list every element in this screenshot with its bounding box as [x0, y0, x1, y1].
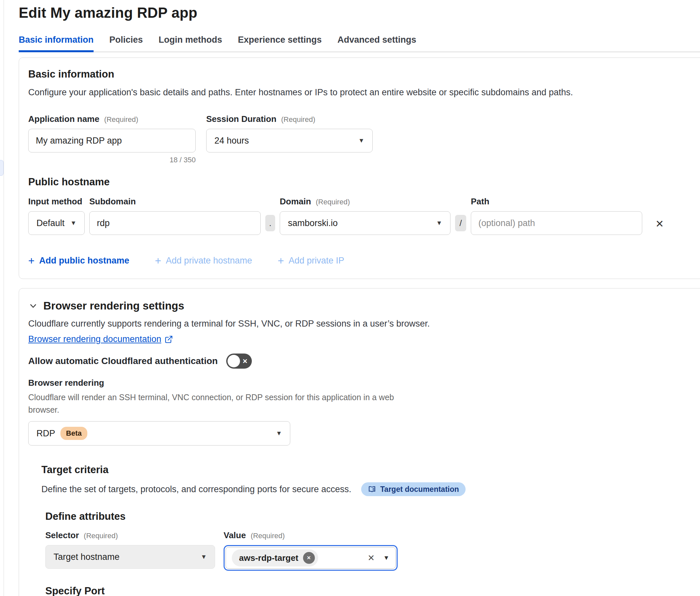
session-duration-required-note: (Required): [281, 115, 315, 124]
value-required-note: (Required): [251, 531, 285, 540]
path-input[interactable]: [471, 211, 642, 235]
specify-port-heading: Specify Port: [45, 585, 700, 596]
input-method-value: Default: [36, 218, 65, 228]
target-criteria-description: Define the set of targets, protocols, an…: [42, 484, 351, 495]
plus-icon: +: [155, 255, 161, 266]
chevron-down-icon: ▼: [358, 137, 364, 144]
target-documentation-label: Target documentation: [380, 485, 459, 494]
session-duration-label: Session Duration: [206, 114, 277, 124]
application-name-input[interactable]: [28, 129, 196, 152]
domain-value: samborski.io: [288, 218, 338, 228]
browser-rendering-card: Browser rendering settings Cloudflare cu…: [19, 288, 700, 596]
external-link-icon: [164, 335, 173, 344]
add-public-hostname-label: Add public hostname: [39, 256, 129, 266]
basic-information-heading: Basic information: [28, 68, 700, 80]
toggle-knob: [228, 355, 240, 367]
domain-select[interactable]: samborski.io ▼: [280, 211, 450, 235]
chevron-down-icon: ▼: [436, 220, 442, 227]
domain-required-note: (Required): [316, 198, 350, 206]
target-documentation-button[interactable]: Target documentation: [361, 482, 466, 496]
tab-login-methods[interactable]: Login methods: [159, 35, 222, 52]
chevron-down-icon: ▼: [201, 553, 207, 561]
chevron-down-icon: [28, 301, 38, 311]
selector-value: Target hostname: [53, 552, 120, 562]
page-title: Edit My amazing RDP app: [19, 0, 700, 21]
selector-label: Selector: [45, 530, 79, 540]
allow-cloudflared-auth-label: Allow automatic Cloudflared authenticati…: [28, 356, 218, 366]
browser-rendering-doc-link-label: Browser rendering documentation: [28, 334, 161, 344]
target-criteria-heading: Target criteria: [42, 464, 700, 476]
define-attributes-heading: Define attributes: [45, 511, 700, 522]
add-public-hostname-button[interactable]: + Add public hostname: [28, 255, 129, 266]
input-method-select[interactable]: Default ▼: [28, 211, 85, 235]
chevron-down-icon: ▼: [276, 430, 282, 437]
chevron-down-icon[interactable]: ▼: [383, 554, 389, 562]
slash-separator: /: [455, 215, 466, 231]
application-name-label: Application name: [28, 114, 100, 124]
browser-rendering-value: RDP: [36, 428, 55, 439]
sidebar-edge-fragment: [0, 160, 4, 176]
application-name-required-note: (Required): [104, 115, 138, 124]
beta-badge: Beta: [60, 427, 87, 440]
toggle-off-x-icon: ✕: [242, 357, 248, 365]
tab-advanced-settings[interactable]: Advanced settings: [338, 35, 416, 52]
remove-hostname-icon[interactable]: ✕: [655, 219, 664, 229]
value-label: Value: [224, 530, 246, 540]
input-method-label: Input method: [28, 197, 82, 206]
tab-basic-information[interactable]: Basic information: [19, 35, 94, 52]
path-label: Path: [471, 197, 489, 206]
dot-separator: .: [265, 215, 275, 231]
value-tag-label: aws-rdp-target: [239, 553, 299, 563]
browser-rendering-field-label: Browser rendering: [28, 378, 700, 388]
session-duration-select[interactable]: 24 hours ▼: [206, 129, 373, 152]
public-hostname-heading: Public hostname: [28, 176, 700, 188]
add-private-ip-button[interactable]: + Add private IP: [278, 255, 344, 266]
tab-experience-settings[interactable]: Experience settings: [238, 35, 322, 52]
browser-rendering-support-text: Cloudflare currently supports rendering …: [28, 319, 700, 329]
subdomain-label: Subdomain: [89, 197, 136, 206]
value-tag: aws-rdp-target ✕: [232, 549, 318, 566]
tab-bar: Basic information Policies Login methods…: [19, 35, 700, 52]
add-private-hostname-label: Add private hostname: [166, 256, 252, 266]
value-multiselect[interactable]: aws-rdp-target ✕ ✕ ▼: [224, 545, 397, 571]
add-private-hostname-button[interactable]: + Add private hostname: [155, 255, 252, 266]
selector-required-note: (Required): [84, 531, 118, 540]
domain-label: Domain: [280, 197, 311, 206]
remove-tag-icon[interactable]: ✕: [303, 552, 315, 564]
add-private-ip-label: Add private IP: [289, 256, 344, 266]
clear-value-icon[interactable]: ✕: [367, 554, 374, 562]
browser-rendering-field-description: Cloudflare will render an SSH terminal, …: [28, 391, 409, 416]
basic-information-description: Configure your application's basic detai…: [28, 86, 700, 99]
browser-rendering-doc-link[interactable]: Browser rendering documentation: [28, 334, 173, 344]
plus-icon: +: [28, 255, 34, 266]
allow-cloudflared-auth-toggle[interactable]: ✕: [226, 353, 252, 369]
chevron-down-icon: ▼: [70, 220, 77, 227]
subdomain-input[interactable]: [89, 211, 261, 235]
browser-rendering-collapse-header[interactable]: Browser rendering settings: [28, 300, 700, 312]
application-name-char-counter: 18 / 350: [28, 156, 196, 164]
selector-select[interactable]: Target hostname ▼: [45, 545, 215, 569]
book-icon: [368, 485, 376, 494]
session-duration-value: 24 hours: [214, 136, 249, 146]
page-left-divider: [4, 0, 4, 596]
basic-information-card: Basic information Configure your applica…: [19, 57, 700, 279]
plus-icon: +: [278, 255, 284, 266]
tab-policies[interactable]: Policies: [109, 35, 143, 52]
browser-rendering-select[interactable]: RDP Beta ▼: [28, 421, 290, 446]
browser-rendering-heading: Browser rendering settings: [43, 300, 184, 312]
